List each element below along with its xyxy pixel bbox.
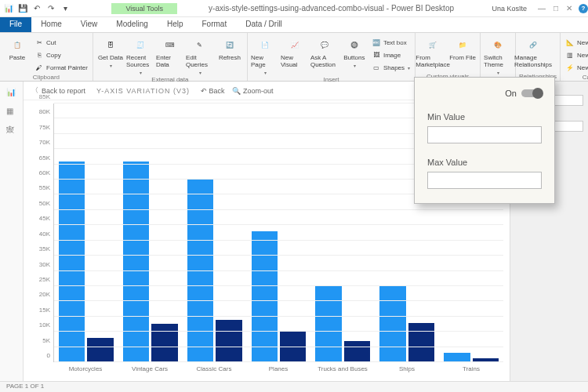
popup-min-input[interactable]	[427, 126, 542, 143]
user-name[interactable]: Una Kosīte	[492, 5, 532, 13]
new-page-button[interactable]: 📄New Page▾	[251, 34, 279, 75]
bar[interactable]	[315, 286, 341, 362]
status-bar: PAGE 1 OF 1	[0, 381, 588, 392]
y-tick: 65K	[39, 154, 50, 161]
y-tick: 25K	[39, 275, 50, 282]
x-label: Classic Cars	[182, 364, 246, 376]
switch-theme-button[interactable]: 🎨Switch Theme▾	[484, 34, 512, 75]
y-tick: 50K	[39, 199, 50, 206]
ribbon-group-insert: 📄New Page▾ 📈New Visual 💬Ask A Question 🔘…	[248, 33, 416, 81]
tab-data-drill[interactable]: Data / Drill	[236, 17, 292, 32]
y-tick: 35K	[39, 245, 50, 252]
bar[interactable]	[187, 180, 213, 362]
tab-view[interactable]: View	[71, 17, 107, 32]
from-file-button[interactable]: 📁From File	[448, 34, 477, 61]
bar[interactable]	[408, 323, 434, 362]
model-view-icon[interactable]: 🕸	[6, 125, 17, 136]
edit-queries-button[interactable]: ✎Edit Queries▾	[186, 34, 214, 75]
manage-relationships-button[interactable]: 🔗Manage Relationships	[519, 34, 547, 68]
tab-help[interactable]: Help	[158, 17, 193, 32]
bar[interactable]	[151, 324, 177, 362]
cut-button[interactable]: ✂Cut	[33, 37, 89, 48]
enter-data-button[interactable]: ⌨Enter Data	[156, 34, 184, 68]
x-label: Trains	[439, 364, 503, 376]
y-tick: 0	[47, 352, 50, 359]
bar[interactable]	[379, 286, 405, 362]
y-tick: 45K	[39, 215, 50, 222]
y-tick: 70K	[39, 139, 50, 146]
visual-title: Y-AXIS VARIATION (V3)	[96, 87, 190, 95]
ribbon-group-relationships: 🔗Manage Relationships Relationships	[516, 33, 561, 81]
popup-max-input[interactable]	[427, 172, 542, 189]
x-label: Ships	[375, 364, 439, 376]
data-view-icon[interactable]: ▦	[6, 107, 17, 118]
close-icon[interactable]: ✕	[566, 4, 572, 13]
bar[interactable]	[59, 162, 85, 362]
back-nav-button[interactable]: ↶ Back	[201, 87, 225, 95]
ribbon-group-themes: 🎨Switch Theme▾ Themes	[481, 33, 516, 81]
bar[interactable]	[280, 332, 306, 362]
tab-file[interactable]: File	[0, 17, 31, 32]
qat-more-icon[interactable]: ▾	[60, 3, 71, 14]
x-label: Planes	[246, 364, 310, 376]
ribbon: 📋Paste ✂Cut ⎘Copy 🖌Format Painter Clipbo…	[0, 33, 588, 82]
y-axis: 05K10K15K20K25K30K35K40K45K50K55K60K65K7…	[28, 103, 52, 362]
report-view-icon[interactable]: 📊	[6, 88, 17, 99]
ribbon-tabs: File Home View Modeling Help Format Data…	[0, 17, 588, 33]
title-center: Visual Tools y-axis-style-settings-using…	[74, 3, 492, 14]
y-tick: 85K	[39, 93, 50, 100]
textbox-button[interactable]: 🔤Text box	[370, 37, 412, 48]
tab-modeling[interactable]: Modeling	[107, 17, 158, 32]
maximize-icon[interactable]: □	[554, 4, 558, 13]
refresh-button[interactable]: 🔄Refresh	[216, 34, 244, 61]
shapes-button[interactable]: ▭Shapes▾	[370, 62, 412, 73]
popup-on-label: On	[505, 89, 517, 98]
undo-icon[interactable]: ↶	[31, 3, 42, 14]
ribbon-group-custom-visuals: 🛒From Marketplace 📁From File Custom visu…	[416, 33, 481, 81]
copy-button[interactable]: ⎘Copy	[33, 49, 89, 60]
bar[interactable]	[87, 338, 113, 362]
from-marketplace-button[interactable]: 🛒From Marketplace	[419, 34, 447, 68]
new-column-button[interactable]: ▥New Column	[564, 49, 588, 60]
get-data-button[interactable]: 🗄Get Data▾	[96, 34, 125, 68]
tab-home[interactable]: Home	[31, 17, 71, 32]
y-tick: 30K	[39, 260, 50, 267]
popup-max-label: Max Value	[427, 158, 542, 167]
y-tick: 75K	[39, 123, 50, 130]
title-bar: 📊 💾 ↶ ↷ ▾ Visual Tools y-axis-style-sett…	[0, 0, 588, 17]
y-tick: 40K	[39, 230, 50, 237]
bar[interactable]	[216, 320, 241, 362]
zoom-out-button[interactable]: 🔍 Zoom-out	[232, 87, 273, 95]
ask-question-button[interactable]: 💬Ask A Question	[310, 34, 339, 68]
new-measure-button[interactable]: 📐New Measure	[564, 37, 588, 48]
bar[interactable]	[123, 162, 149, 362]
y-tick: 80K	[39, 108, 50, 115]
save-icon[interactable]: 💾	[17, 3, 28, 14]
paste-button[interactable]: 📋Paste	[3, 34, 31, 61]
popup-on-toggle[interactable]	[521, 89, 542, 97]
recent-sources-button[interactable]: 🧾Recent Sources▾	[126, 34, 154, 75]
help-icon[interactable]: ?	[579, 4, 588, 13]
minimize-icon[interactable]: —	[538, 4, 546, 13]
y-tick: 15K	[39, 306, 50, 313]
y-tick: 55K	[39, 184, 50, 191]
new-quick-measure-button[interactable]: ⚡New Quick Measure	[564, 62, 588, 73]
view-rail: 📊 ▦ 🕸	[0, 82, 24, 381]
buttons-button[interactable]: 🔘Buttons▾	[340, 34, 368, 68]
x-label: Motorcycles	[53, 364, 118, 376]
y-tick: 20K	[39, 291, 50, 298]
ribbon-group-external-data: 🗄Get Data▾ 🧾Recent Sources▾ ⌨Enter Data …	[93, 33, 248, 81]
y-tick: 10K	[39, 321, 50, 328]
tab-format[interactable]: Format	[192, 17, 236, 32]
redo-icon[interactable]: ↷	[45, 3, 56, 14]
new-visual-button[interactable]: 📈New Visual	[281, 34, 309, 68]
app-icon: 📊	[3, 3, 14, 14]
bar[interactable]	[344, 341, 370, 362]
x-axis-labels: MotorcyclesVintage CarsClassic CarsPlane…	[53, 364, 503, 376]
x-label: Trucks and Buses	[310, 364, 375, 376]
bar[interactable]	[252, 231, 278, 362]
image-button[interactable]: 🖼Image	[370, 49, 412, 60]
format-painter-button[interactable]: 🖌Format Painter	[33, 62, 89, 73]
x-label: Vintage Cars	[118, 364, 182, 376]
y-tick: 60K	[39, 169, 50, 176]
